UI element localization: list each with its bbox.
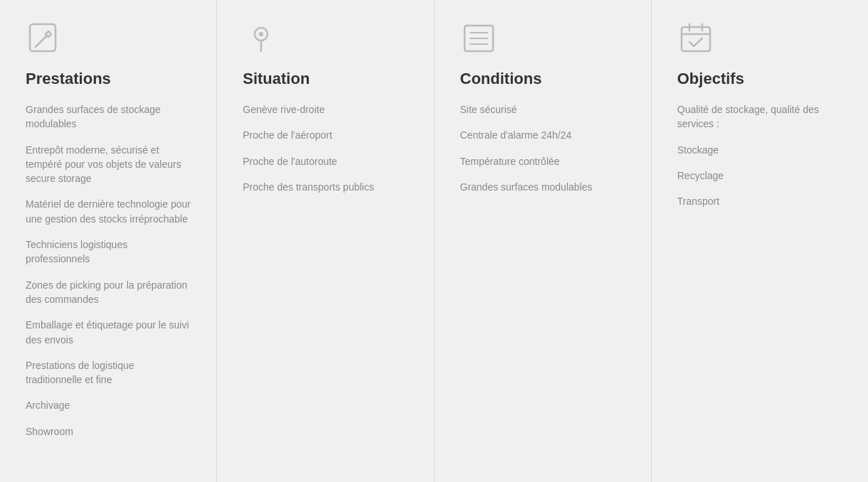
column-list-conditions: Site sécuriséCentrale d'alarme 24h/24Tem… — [460, 102, 625, 194]
list-item: Grandes surfaces de stockage modulables — [26, 102, 191, 132]
edit-icon — [26, 20, 63, 57]
column-title-objectifs: Objectifs — [677, 70, 842, 88]
list-item: Zones de picking pour la préparation des… — [26, 278, 191, 307]
svg-point-2 — [259, 32, 263, 36]
list-item: Prestations de logistique traditionnelle… — [26, 358, 191, 387]
svg-rect-8 — [682, 27, 710, 51]
list-item: Grandes surfaces modulables — [460, 180, 625, 194]
list-item: Transport — [677, 194, 842, 208]
list-item: Proche de l'autoroute — [243, 154, 408, 168]
list-item: Showroom — [26, 424, 191, 439]
column-situation: SituationGenève rive-droiteProche de l'a… — [217, 0, 434, 482]
list-item: Qualité de stockage, qualité des service… — [677, 102, 842, 132]
list-item: Recyclage — [677, 168, 842, 183]
list-item: Proche des transports publics — [243, 180, 408, 194]
column-list-objectifs: Qualité de stockage, qualité des service… — [677, 102, 842, 208]
list-item: Techniciens logistiques professionnels — [26, 237, 191, 267]
column-list-prestations: Grandes surfaces de stockage modulablesE… — [26, 102, 191, 439]
list-item: Site sécurisé — [460, 102, 625, 117]
column-objectifs: ObjectifsQualité de stockage, qualité de… — [652, 0, 868, 482]
calendar-check-icon — [677, 20, 714, 57]
column-conditions: ConditionsSite sécuriséCentrale d'alarme… — [435, 0, 652, 482]
list-item: Stockage — [677, 143, 842, 157]
column-list-situation: Genève rive-droiteProche de l'aéroportPr… — [243, 102, 408, 194]
column-title-conditions: Conditions — [460, 70, 625, 88]
list-item: Emballage et étiquetage pour le suivi de… — [26, 318, 191, 347]
column-title-situation: Situation — [243, 70, 408, 88]
list-item: Température contrôlée — [460, 154, 625, 168]
columns-wrapper: PrestationsGrandes surfaces de stockage … — [0, 0, 868, 482]
list-item: Matériel de dernière technologie pour un… — [26, 197, 191, 226]
list-item: Archivage — [26, 398, 191, 412]
column-title-prestations: Prestations — [26, 70, 191, 88]
pin-icon — [243, 20, 280, 57]
list-item: Entrepôt moderne, sécurisé et tempéré po… — [26, 143, 191, 186]
list-item: Centrale d'alarme 24h/24 — [460, 128, 625, 142]
column-prestations: PrestationsGrandes surfaces de stockage … — [0, 0, 217, 482]
list-item: Genève rive-droite — [243, 102, 408, 117]
svg-rect-0 — [30, 24, 55, 51]
list-item: Proche de l'aéroport — [243, 128, 408, 142]
list-icon — [460, 20, 497, 57]
